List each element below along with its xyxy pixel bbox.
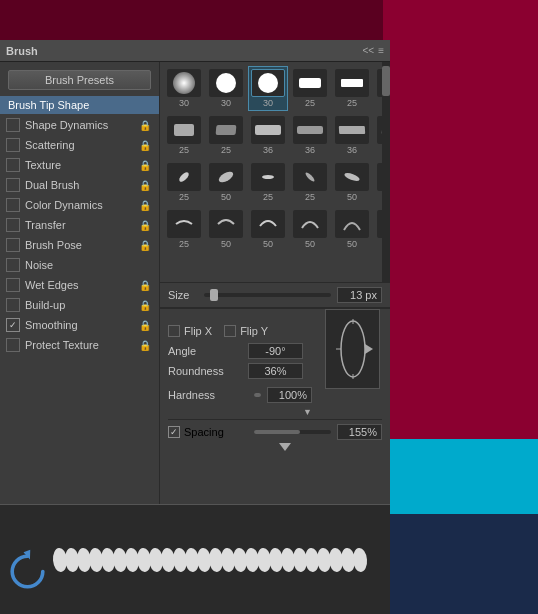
brush-item-selected[interactable]: 30 — [248, 66, 288, 111]
color-dynamics-lock: 🔒 — [139, 200, 151, 211]
brush-item[interactable]: 36 — [248, 113, 288, 158]
brush-item[interactable]: 25 — [332, 66, 372, 111]
svg-point-6 — [341, 321, 365, 377]
sidebar-item-texture[interactable]: Texture 🔒 — [0, 155, 159, 175]
shape-dynamics-label: Shape Dynamics — [25, 119, 139, 131]
sidebar-item-noise[interactable]: Noise — [0, 255, 159, 275]
dual-brush-lock: 🔒 — [139, 180, 151, 191]
roundness-input[interactable] — [248, 363, 303, 379]
spacing-row: ✓ Spacing — [168, 424, 382, 440]
brush-item[interactable]: 25 — [248, 160, 288, 205]
brush-item[interactable]: 25 — [164, 113, 204, 158]
size-label: Size — [168, 289, 198, 301]
brush-item[interactable]: 25 — [164, 160, 204, 205]
brush-item[interactable]: 50 — [206, 207, 246, 252]
brush-presets-button[interactable]: Brush Presets — [8, 70, 151, 90]
brush-item[interactable]: 50 — [248, 207, 288, 252]
texture-label: Texture — [25, 159, 139, 171]
brush-grid: 30 30 30 — [160, 62, 390, 282]
flip-y-item: Flip Y — [224, 325, 268, 337]
transfer-label: Transfer — [25, 219, 139, 231]
shape-dynamics-lock: 🔒 — [139, 120, 151, 131]
panel-menu-btn[interactable]: ≡ — [378, 45, 384, 56]
wet-edges-checkbox[interactable] — [6, 278, 20, 292]
svg-point-3 — [304, 171, 315, 182]
brush-item[interactable]: 25 — [290, 160, 330, 205]
spacing-slider[interactable] — [254, 430, 331, 434]
smoothing-lock: 🔒 — [139, 320, 151, 331]
texture-checkbox[interactable] — [6, 158, 20, 172]
scattering-label: Scattering — [25, 139, 139, 151]
brush-item[interactable]: 30 — [164, 66, 204, 111]
hardness-value[interactable] — [267, 387, 312, 403]
sidebar-item-transfer[interactable]: Transfer 🔒 — [0, 215, 159, 235]
smoothing-label: Smoothing — [25, 319, 139, 331]
panel-title: Brush — [6, 45, 38, 57]
spacing-checkbox[interactable]: ✓ — [168, 426, 180, 438]
sidebar-item-wet-edges[interactable]: Wet Edges 🔒 — [0, 275, 159, 295]
flip-row: Flip X Flip Y — [168, 325, 382, 337]
brush-pose-checkbox[interactable] — [6, 238, 20, 252]
noise-label: Noise — [25, 259, 151, 271]
wet-edges-label: Wet Edges — [25, 279, 139, 291]
sidebar-item-color-dynamics[interactable]: Color Dynamics 🔒 — [0, 195, 159, 215]
brush-item[interactable]: 50 — [206, 160, 246, 205]
brush-shape-preview — [325, 309, 380, 389]
flip-y-checkbox[interactable] — [224, 325, 236, 337]
brush-item[interactable]: 25 — [290, 66, 330, 111]
brush-item[interactable]: 25 — [164, 207, 204, 252]
sidebar-item-shape-dynamics[interactable]: Shape Dynamics 🔒 — [0, 115, 159, 135]
panel-collapse-btn[interactable]: << — [362, 45, 374, 56]
sidebar-item-brush-pose[interactable]: Brush Pose 🔒 — [0, 235, 159, 255]
panel-controls: << ≡ — [362, 45, 384, 56]
size-value[interactable]: 13 px — [337, 287, 382, 303]
brush-item[interactable]: 36 — [332, 113, 372, 158]
sidebar-item-scattering[interactable]: Scattering 🔒 — [0, 135, 159, 155]
spacing-thumb-area — [168, 440, 382, 451]
transfer-lock: 🔒 — [139, 220, 151, 231]
wet-edges-lock: 🔒 — [139, 280, 151, 291]
brush-tip-shape-button[interactable]: Brush Tip Shape — [0, 96, 159, 114]
angle-input[interactable] — [248, 343, 303, 359]
brush-stroke-preview — [40, 540, 380, 580]
sidebar-item-dual-brush[interactable]: Dual Brush 🔒 — [0, 175, 159, 195]
texture-lock: 🔒 — [139, 160, 151, 171]
protect-texture-checkbox[interactable] — [6, 338, 20, 352]
flip-x-item: Flip X — [168, 325, 212, 337]
smoothing-checkbox[interactable]: ✓ — [6, 318, 20, 332]
transfer-checkbox[interactable] — [6, 218, 20, 232]
sidebar-item-smoothing[interactable]: ✓ Smoothing 🔒 — [0, 315, 159, 335]
brush-item[interactable]: 50 — [332, 207, 372, 252]
brush-item[interactable]: 36 — [290, 113, 330, 158]
brush-item[interactable]: 50 — [290, 207, 330, 252]
noise-checkbox[interactable] — [6, 258, 20, 272]
sidebar-item-build-up[interactable]: Build-up 🔒 — [0, 295, 159, 315]
undo-icon[interactable] — [5, 549, 50, 594]
hardness-slider[interactable] — [254, 393, 261, 397]
protect-texture-label: Protect Texture — [25, 339, 139, 351]
spacing-label: Spacing — [184, 426, 224, 438]
scattering-checkbox[interactable] — [6, 138, 20, 152]
spacing-checkbox-label: ✓ Spacing — [168, 426, 248, 438]
spacing-value[interactable] — [337, 424, 382, 440]
svg-marker-10 — [365, 344, 373, 354]
panel-header: Brush << ≡ — [0, 40, 390, 62]
brush-item[interactable]: 50 — [332, 160, 372, 205]
build-up-checkbox[interactable] — [6, 298, 20, 312]
dual-brush-label: Dual Brush — [25, 179, 139, 191]
size-slider-thumb[interactable] — [210, 289, 218, 301]
size-row: Size 13 px — [160, 282, 390, 308]
brush-item[interactable]: 25 — [206, 113, 246, 158]
size-slider[interactable] — [204, 293, 331, 297]
flip-x-checkbox[interactable] — [168, 325, 180, 337]
brush-preview-area — [0, 504, 390, 614]
svg-point-38 — [352, 547, 368, 572]
shape-dynamics-checkbox[interactable] — [6, 118, 20, 132]
sidebar-item-protect-texture[interactable]: Protect Texture 🔒 — [0, 335, 159, 355]
color-dynamics-checkbox[interactable] — [6, 198, 20, 212]
dual-brush-checkbox[interactable] — [6, 178, 20, 192]
brush-item[interactable]: 30 — [206, 66, 246, 111]
scattering-lock: 🔒 — [139, 140, 151, 151]
svg-point-1 — [217, 170, 235, 185]
spacing-slider-thumb-icon — [279, 443, 291, 451]
